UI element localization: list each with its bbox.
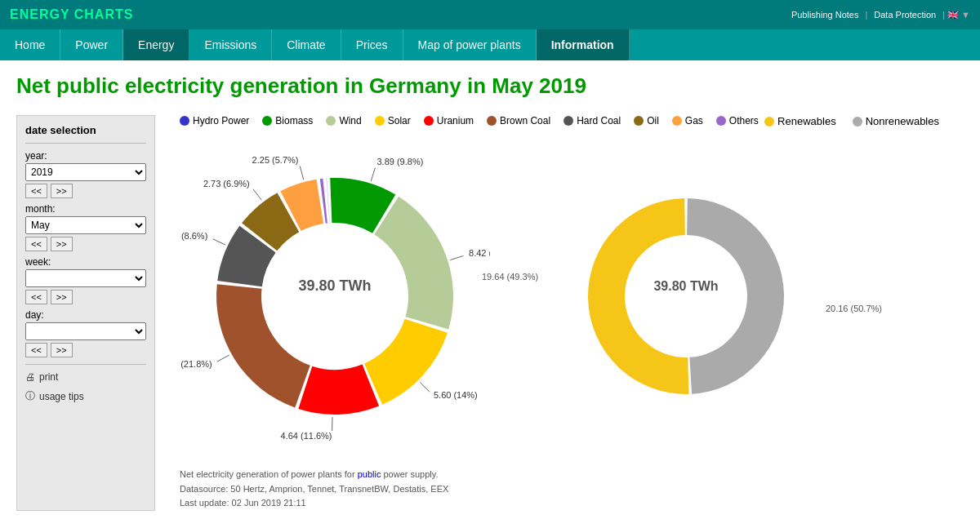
hydro-label: Hydro Power: [193, 115, 249, 126]
legend-uranium: Uranium: [424, 115, 474, 126]
renewables-label: Renewables: [777, 115, 836, 127]
year-label: year:: [25, 150, 146, 162]
legend-solar: Solar: [375, 115, 411, 126]
print-link[interactable]: 🖨 print: [25, 371, 146, 383]
gas-label: Gas: [685, 115, 703, 126]
week-select[interactable]: [25, 269, 146, 287]
footnote-line2: Datasource: 50 Hertz, Amprion, Tennet, T…: [180, 482, 964, 497]
donut-chart-2: 39.80 TWh 20.16 (50.7%) 19.64 (49.3%): [564, 174, 808, 419]
nonrenewables-label: Nonrenewables: [866, 115, 939, 127]
biomass-dot: [262, 116, 272, 126]
legend-biomass: Biomass: [262, 115, 313, 126]
year-select[interactable]: 2019: [25, 163, 146, 181]
browncoal-dot: [487, 116, 497, 126]
week-prev-btn[interactable]: <<: [25, 290, 47, 304]
footnote-line3: Last update: 02 Jun 2019 21:11: [180, 496, 964, 511]
nav-prices[interactable]: Prices: [341, 29, 403, 60]
renewables-value-label: 20.16 (50.7%): [826, 304, 882, 313]
hardcoal-label: Hard Coal: [577, 115, 621, 126]
week-next-btn[interactable]: >>: [51, 290, 73, 304]
day-prev-btn[interactable]: <<: [25, 343, 47, 357]
nav-home[interactable]: Home: [0, 29, 60, 60]
week-label: week:: [25, 256, 146, 268]
week-arrows: << >>: [25, 290, 146, 304]
legend-others: Others: [716, 115, 759, 126]
svg-line-4: [420, 382, 430, 392]
svg-line-2: [450, 255, 463, 260]
wind-dot: [326, 116, 336, 126]
sidebar-title: date selection: [25, 124, 146, 136]
nav-power[interactable]: Power: [60, 29, 123, 60]
nav-emissions[interactable]: Emissions: [189, 29, 272, 60]
main-content: date selection year: 2019 << >> month: M…: [0, 107, 980, 519]
hydro-dot: [180, 116, 189, 126]
legend-browncoal: Brown Coal: [487, 115, 550, 126]
sidebar: date selection year: 2019 << >> month: M…: [16, 115, 155, 511]
legend-renewables: Renewables: [764, 115, 836, 127]
brand-logo: ENERGY CHARTS: [10, 7, 133, 22]
nav-information[interactable]: Information: [537, 29, 630, 60]
footnote: Net electricity generation of power plan…: [180, 468, 964, 511]
usage-label: usage tips: [39, 391, 84, 402]
header: ENERGY CHARTS Publishing Notes | Data Pr…: [0, 0, 980, 29]
legend-nonrenewables: Nonrenewables: [853, 115, 939, 127]
day-arrows: << >>: [25, 343, 146, 357]
info-icon: ⓘ: [25, 389, 35, 403]
print-icon: 🖨: [25, 371, 35, 383]
browncoal-label: Brown Coal: [500, 115, 550, 126]
legend-gas: Gas: [672, 115, 703, 126]
uranium-dot: [424, 116, 434, 126]
footnote-line1: Net electricity generation of power plan…: [180, 468, 964, 482]
svg-text:4.64 (11.6%): 4.64 (11.6%): [281, 431, 332, 441]
svg-text:3.89 (9.8%): 3.89 (9.8%): [376, 157, 423, 166]
page-title: Net public electricity generation in Ger…: [0, 60, 980, 107]
right-legend: Renewables Nonrenewables: [764, 115, 964, 127]
usage-tips-link[interactable]: ⓘ usage tips: [25, 389, 146, 403]
svg-text:39.80 TWh: 39.80 TWh: [298, 277, 371, 294]
month-label: month:: [25, 203, 146, 215]
donut-chart-1: 3.89 (9.8%)8.42 (21.1%)5.60 (14%)4.64 (1…: [180, 141, 490, 451]
month-select[interactable]: May: [25, 216, 146, 234]
day-label: day:: [25, 309, 146, 321]
day-select[interactable]: [25, 322, 146, 340]
nonrenewables-value-label: 19.64 (49.3%): [482, 272, 538, 282]
others-label: Others: [729, 115, 759, 126]
legend-wind: Wind: [326, 115, 361, 126]
svg-line-8: [217, 355, 229, 362]
day-next-btn[interactable]: >>: [51, 343, 73, 357]
year-next-btn[interactable]: >>: [51, 184, 73, 198]
svg-line-10: [213, 239, 225, 245]
month-prev-btn[interactable]: <<: [25, 237, 47, 251]
nav-energy[interactable]: Energy: [123, 29, 189, 60]
uranium-label: Uranium: [437, 115, 474, 126]
wind-label: Wind: [339, 115, 361, 126]
donut-svg-1: 3.89 (9.8%)8.42 (21.1%)5.60 (14%)4.64 (1…: [180, 141, 490, 451]
charts-row: 3.89 (9.8%)8.42 (21.1%)5.60 (14%)4.64 (1…: [180, 141, 964, 451]
oil-label: Oil: [647, 115, 659, 126]
month-next-btn[interactable]: >>: [51, 237, 73, 251]
print-label: print: [39, 371, 58, 383]
year-arrows: << >>: [25, 184, 146, 198]
biomass-label: Biomass: [275, 115, 313, 126]
nav-climate[interactable]: Climate: [272, 29, 341, 60]
chart-content: Hydro Power Biomass Wind Solar Uranium: [163, 107, 980, 519]
svg-text:8.70 (21.8%): 8.70 (21.8%): [180, 359, 212, 369]
solar-label: Solar: [388, 115, 411, 126]
header-links: Publishing Notes | Data Protection | 🇬🇧 …: [791, 10, 970, 20]
svg-text:2.25 (5.7%): 2.25 (5.7%): [252, 155, 299, 165]
nav-bar: Home Power Energy Emissions Climate Pric…: [0, 29, 980, 60]
nav-map[interactable]: Map of power plants: [403, 29, 537, 60]
data-protection-link[interactable]: Data Protection: [874, 10, 936, 20]
publishing-notes-link[interactable]: Publishing Notes: [791, 10, 859, 20]
svg-line-0: [371, 168, 375, 181]
year-prev-btn[interactable]: <<: [25, 184, 47, 198]
nonrenewables-dot: [853, 117, 862, 126]
renewables-dot: [764, 117, 774, 126]
public-link[interactable]: public: [358, 469, 381, 479]
svg-text:39.80 TWh: 39.80 TWh: [653, 279, 718, 293]
svg-text:2.73 (6.9%): 2.73 (6.9%): [203, 179, 250, 189]
svg-text:3.42 (8.6%): 3.42 (8.6%): [180, 231, 207, 241]
legend: Hydro Power Biomass Wind Solar Uranium: [180, 115, 759, 126]
svg-line-12: [253, 189, 261, 201]
gas-dot: [672, 116, 682, 126]
